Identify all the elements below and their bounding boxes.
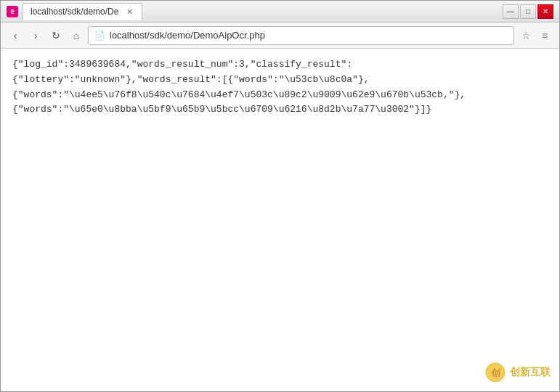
- json-line-3: {"words":"\u4ee5\u76f8\u540c\u7684\u4ef7…: [12, 89, 466, 100]
- watermark-logo-icon: 创: [485, 362, 506, 383]
- favorites-button[interactable]: ☆: [517, 27, 535, 44]
- page-icon: 📄: [94, 30, 105, 41]
- forward-button[interactable]: ›: [27, 27, 44, 44]
- svg-text:创: 创: [490, 367, 500, 378]
- address-input-container: 📄 localhost/sdk/demo/DemoAipOcr.php: [88, 26, 514, 45]
- json-response: {"log_id":3489639684,"words_result_num":…: [12, 57, 548, 118]
- close-button[interactable]: ✕: [537, 4, 553, 19]
- browser-tab[interactable]: localhost/sdk/demo/De ✕: [23, 3, 142, 20]
- address-bar: ‹ › ↻ ⌂ 📄 localhost/sdk/demo/DemoAipOcr.…: [1, 23, 559, 49]
- page-content: {"log_id":3489639684,"words_result_num":…: [1, 49, 559, 391]
- title-bar: e localhost/sdk/demo/De ✕ — □ ✕: [1, 1, 559, 23]
- back-button[interactable]: ‹: [7, 27, 24, 44]
- browser-icon: e: [7, 6, 18, 17]
- home-button[interactable]: ⌂: [68, 27, 85, 44]
- maximize-button[interactable]: □: [520, 4, 536, 19]
- window-controls: — □ ✕: [503, 4, 553, 19]
- minimize-button[interactable]: —: [503, 4, 519, 19]
- address-text[interactable]: localhost/sdk/demo/DemoAipOcr.php: [110, 30, 508, 41]
- json-line-1: {"log_id":3489639684,"words_result_num":…: [12, 59, 352, 70]
- settings-button[interactable]: ≡: [536, 27, 553, 44]
- tab-close-button[interactable]: ✕: [124, 7, 134, 17]
- json-line-4: {"words":"\u65e0\u8bba\u5bf9\u65b9\u5bcc…: [12, 104, 431, 115]
- address-bar-actions: ☆ ≡: [517, 27, 553, 44]
- json-line-2: {"lottery":"unknown"},"words_result":[{"…: [12, 74, 369, 85]
- refresh-button[interactable]: ↻: [47, 27, 65, 44]
- browser-window: e localhost/sdk/demo/De ✕ — □ ✕ ‹ › ↻ ⌂ …: [0, 0, 560, 392]
- watermark-label: 创新互联: [510, 366, 551, 379]
- tab-label: localhost/sdk/demo/De: [31, 7, 118, 17]
- watermark: 创 创新互联: [485, 362, 551, 383]
